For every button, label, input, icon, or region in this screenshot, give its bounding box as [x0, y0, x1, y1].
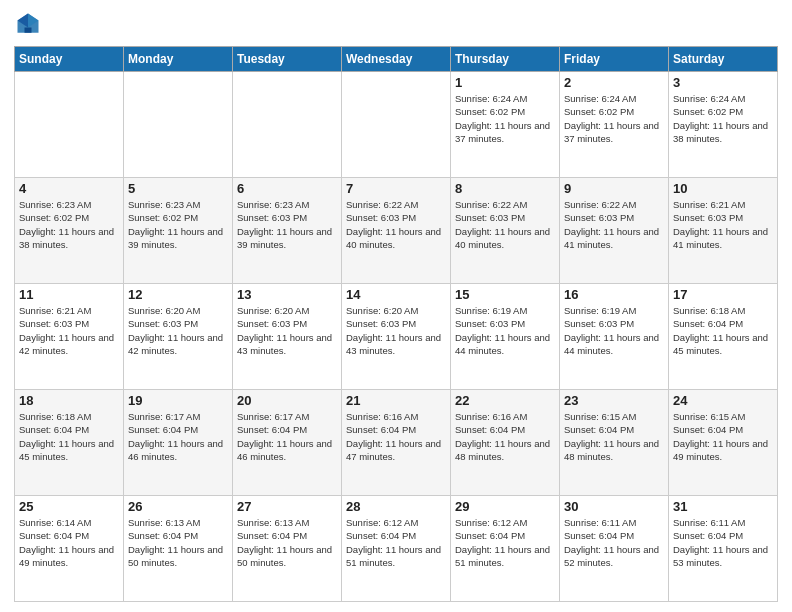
day-number: 23 [564, 393, 664, 408]
day-number: 29 [455, 499, 555, 514]
day-info: Sunrise: 6:20 AM Sunset: 6:03 PM Dayligh… [128, 304, 228, 357]
day-number: 17 [673, 287, 773, 302]
day-number: 10 [673, 181, 773, 196]
calendar-cell: 20Sunrise: 6:17 AM Sunset: 6:04 PM Dayli… [233, 390, 342, 496]
day-number: 14 [346, 287, 446, 302]
day-info: Sunrise: 6:13 AM Sunset: 6:04 PM Dayligh… [128, 516, 228, 569]
day-number: 19 [128, 393, 228, 408]
calendar-cell: 10Sunrise: 6:21 AM Sunset: 6:03 PM Dayli… [669, 178, 778, 284]
day-header-saturday: Saturday [669, 47, 778, 72]
day-info: Sunrise: 6:23 AM Sunset: 6:02 PM Dayligh… [19, 198, 119, 251]
calendar-cell: 18Sunrise: 6:18 AM Sunset: 6:04 PM Dayli… [15, 390, 124, 496]
calendar-cell: 14Sunrise: 6:20 AM Sunset: 6:03 PM Dayli… [342, 284, 451, 390]
day-info: Sunrise: 6:16 AM Sunset: 6:04 PM Dayligh… [455, 410, 555, 463]
calendar-cell: 17Sunrise: 6:18 AM Sunset: 6:04 PM Dayli… [669, 284, 778, 390]
calendar-cell: 9Sunrise: 6:22 AM Sunset: 6:03 PM Daylig… [560, 178, 669, 284]
day-number: 30 [564, 499, 664, 514]
day-number: 27 [237, 499, 337, 514]
calendar-cell: 2Sunrise: 6:24 AM Sunset: 6:02 PM Daylig… [560, 72, 669, 178]
logo [14, 10, 46, 38]
svg-rect-3 [25, 28, 32, 33]
calendar-week-4: 18Sunrise: 6:18 AM Sunset: 6:04 PM Dayli… [15, 390, 778, 496]
calendar-week-3: 11Sunrise: 6:21 AM Sunset: 6:03 PM Dayli… [15, 284, 778, 390]
calendar-cell: 28Sunrise: 6:12 AM Sunset: 6:04 PM Dayli… [342, 496, 451, 602]
calendar-week-1: 1Sunrise: 6:24 AM Sunset: 6:02 PM Daylig… [15, 72, 778, 178]
calendar-cell: 21Sunrise: 6:16 AM Sunset: 6:04 PM Dayli… [342, 390, 451, 496]
day-number: 5 [128, 181, 228, 196]
header [14, 10, 778, 38]
calendar-header-row: SundayMondayTuesdayWednesdayThursdayFrid… [15, 47, 778, 72]
day-number: 25 [19, 499, 119, 514]
day-header-wednesday: Wednesday [342, 47, 451, 72]
day-info: Sunrise: 6:16 AM Sunset: 6:04 PM Dayligh… [346, 410, 446, 463]
calendar-cell: 16Sunrise: 6:19 AM Sunset: 6:03 PM Dayli… [560, 284, 669, 390]
day-number: 1 [455, 75, 555, 90]
calendar-cell: 29Sunrise: 6:12 AM Sunset: 6:04 PM Dayli… [451, 496, 560, 602]
calendar-cell: 3Sunrise: 6:24 AM Sunset: 6:02 PM Daylig… [669, 72, 778, 178]
calendar-week-5: 25Sunrise: 6:14 AM Sunset: 6:04 PM Dayli… [15, 496, 778, 602]
day-number: 7 [346, 181, 446, 196]
day-info: Sunrise: 6:22 AM Sunset: 6:03 PM Dayligh… [564, 198, 664, 251]
day-info: Sunrise: 6:17 AM Sunset: 6:04 PM Dayligh… [237, 410, 337, 463]
calendar-week-2: 4Sunrise: 6:23 AM Sunset: 6:02 PM Daylig… [15, 178, 778, 284]
day-info: Sunrise: 6:11 AM Sunset: 6:04 PM Dayligh… [673, 516, 773, 569]
day-number: 28 [346, 499, 446, 514]
day-info: Sunrise: 6:18 AM Sunset: 6:04 PM Dayligh… [19, 410, 119, 463]
day-number: 3 [673, 75, 773, 90]
day-info: Sunrise: 6:12 AM Sunset: 6:04 PM Dayligh… [455, 516, 555, 569]
day-number: 31 [673, 499, 773, 514]
page: SundayMondayTuesdayWednesdayThursdayFrid… [0, 0, 792, 612]
day-info: Sunrise: 6:12 AM Sunset: 6:04 PM Dayligh… [346, 516, 446, 569]
calendar-cell: 6Sunrise: 6:23 AM Sunset: 6:03 PM Daylig… [233, 178, 342, 284]
day-header-tuesday: Tuesday [233, 47, 342, 72]
calendar-cell: 23Sunrise: 6:15 AM Sunset: 6:04 PM Dayli… [560, 390, 669, 496]
day-info: Sunrise: 6:14 AM Sunset: 6:04 PM Dayligh… [19, 516, 119, 569]
calendar-cell: 8Sunrise: 6:22 AM Sunset: 6:03 PM Daylig… [451, 178, 560, 284]
day-info: Sunrise: 6:24 AM Sunset: 6:02 PM Dayligh… [455, 92, 555, 145]
day-number: 2 [564, 75, 664, 90]
calendar-cell: 7Sunrise: 6:22 AM Sunset: 6:03 PM Daylig… [342, 178, 451, 284]
calendar-cell: 12Sunrise: 6:20 AM Sunset: 6:03 PM Dayli… [124, 284, 233, 390]
calendar-cell: 5Sunrise: 6:23 AM Sunset: 6:02 PM Daylig… [124, 178, 233, 284]
day-number: 6 [237, 181, 337, 196]
calendar-cell [15, 72, 124, 178]
day-info: Sunrise: 6:11 AM Sunset: 6:04 PM Dayligh… [564, 516, 664, 569]
day-info: Sunrise: 6:23 AM Sunset: 6:03 PM Dayligh… [237, 198, 337, 251]
calendar-cell: 4Sunrise: 6:23 AM Sunset: 6:02 PM Daylig… [15, 178, 124, 284]
day-number: 18 [19, 393, 119, 408]
calendar-cell: 11Sunrise: 6:21 AM Sunset: 6:03 PM Dayli… [15, 284, 124, 390]
day-number: 16 [564, 287, 664, 302]
day-header-monday: Monday [124, 47, 233, 72]
calendar-table: SundayMondayTuesdayWednesdayThursdayFrid… [14, 46, 778, 602]
day-info: Sunrise: 6:24 AM Sunset: 6:02 PM Dayligh… [564, 92, 664, 145]
calendar-cell: 27Sunrise: 6:13 AM Sunset: 6:04 PM Dayli… [233, 496, 342, 602]
calendar-cell: 13Sunrise: 6:20 AM Sunset: 6:03 PM Dayli… [233, 284, 342, 390]
day-number: 8 [455, 181, 555, 196]
day-number: 12 [128, 287, 228, 302]
day-info: Sunrise: 6:23 AM Sunset: 6:02 PM Dayligh… [128, 198, 228, 251]
day-info: Sunrise: 6:22 AM Sunset: 6:03 PM Dayligh… [346, 198, 446, 251]
calendar-cell: 22Sunrise: 6:16 AM Sunset: 6:04 PM Dayli… [451, 390, 560, 496]
day-header-thursday: Thursday [451, 47, 560, 72]
day-info: Sunrise: 6:19 AM Sunset: 6:03 PM Dayligh… [455, 304, 555, 357]
calendar-cell: 26Sunrise: 6:13 AM Sunset: 6:04 PM Dayli… [124, 496, 233, 602]
day-info: Sunrise: 6:15 AM Sunset: 6:04 PM Dayligh… [673, 410, 773, 463]
day-info: Sunrise: 6:20 AM Sunset: 6:03 PM Dayligh… [237, 304, 337, 357]
calendar-cell: 30Sunrise: 6:11 AM Sunset: 6:04 PM Dayli… [560, 496, 669, 602]
calendar-cell [233, 72, 342, 178]
day-number: 13 [237, 287, 337, 302]
day-info: Sunrise: 6:17 AM Sunset: 6:04 PM Dayligh… [128, 410, 228, 463]
calendar-cell: 31Sunrise: 6:11 AM Sunset: 6:04 PM Dayli… [669, 496, 778, 602]
calendar-cell: 24Sunrise: 6:15 AM Sunset: 6:04 PM Dayli… [669, 390, 778, 496]
day-number: 11 [19, 287, 119, 302]
calendar-cell: 1Sunrise: 6:24 AM Sunset: 6:02 PM Daylig… [451, 72, 560, 178]
day-number: 21 [346, 393, 446, 408]
day-header-friday: Friday [560, 47, 669, 72]
logo-icon [14, 10, 42, 38]
calendar-cell [342, 72, 451, 178]
calendar-cell [124, 72, 233, 178]
day-number: 4 [19, 181, 119, 196]
day-info: Sunrise: 6:22 AM Sunset: 6:03 PM Dayligh… [455, 198, 555, 251]
day-number: 9 [564, 181, 664, 196]
day-header-sunday: Sunday [15, 47, 124, 72]
